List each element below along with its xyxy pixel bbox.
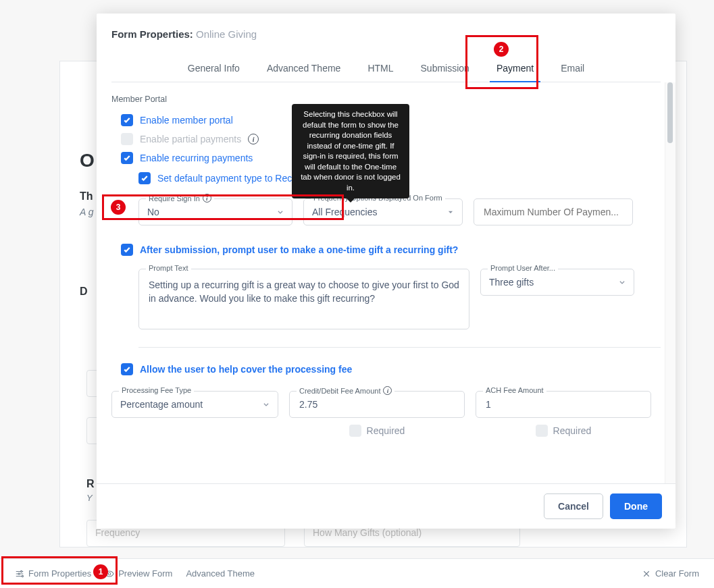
- tab-payment[interactable]: Payment: [494, 56, 536, 82]
- tab-general-info[interactable]: General Info: [185, 56, 243, 82]
- annotation-badge-3: 3: [111, 200, 126, 215]
- advanced-theme-button[interactable]: Advanced Theme: [179, 564, 261, 583]
- fee-type-select[interactable]: Processing Fee Type Percentage amount: [111, 391, 278, 418]
- svg-point-1: [18, 572, 20, 574]
- advanced-theme-label: Advanced Theme: [186, 568, 255, 579]
- clear-form-button[interactable]: Clear Form: [635, 564, 706, 583]
- enable-member-portal-label[interactable]: Enable member portal: [140, 115, 233, 126]
- enable-recurring-payments-checkbox[interactable]: [121, 152, 133, 164]
- divider: [138, 347, 661, 348]
- frequency-options-value: All Frequencies: [312, 207, 378, 217]
- bg-section-r: R: [86, 478, 95, 490]
- form-properties-modal: Form Properties: Online Giving General I…: [97, 14, 675, 529]
- credit-fee-input[interactable]: Credit/Debit Fee Amount i: [289, 391, 465, 418]
- modal-title-name: Online Giving: [196, 28, 257, 40]
- modal-tabs: General Info Advanced Theme HTML Submiss…: [111, 56, 661, 82]
- info-icon[interactable]: i: [383, 386, 392, 395]
- cover-fee-label[interactable]: Allow the user to help cover the process…: [140, 364, 352, 375]
- chevron-down-icon: [263, 399, 270, 410]
- enable-recurring-payments-label[interactable]: Enable recurring payments: [140, 153, 253, 163]
- bg-heading: O: [80, 150, 95, 171]
- ach-fee-field[interactable]: [484, 398, 642, 410]
- require-signin-value: No: [147, 207, 159, 217]
- modal-header: Form Properties: Online Giving General I…: [97, 14, 675, 82]
- modal-footer: Cancel Done: [97, 483, 675, 529]
- ach-fee-input[interactable]: ACH Fee Amount: [476, 391, 651, 418]
- clear-form-label: Clear Form: [655, 568, 699, 579]
- require-signin-label: Require Sign In i: [146, 194, 214, 203]
- preview-form-button[interactable]: Preview Form: [98, 564, 179, 583]
- prompt-user-after-select[interactable]: Prompt User After... Three gifts: [480, 269, 634, 296]
- tab-submission[interactable]: Submission: [418, 56, 472, 82]
- frequency-options-select[interactable]: Frequency Options Displayed On Form All …: [303, 198, 463, 225]
- tab-email[interactable]: Email: [558, 56, 587, 82]
- bg-section-d: D: [80, 286, 88, 298]
- enable-partial-payments-checkbox[interactable]: [121, 133, 133, 145]
- default-recurring-checkbox[interactable]: [138, 172, 151, 184]
- ach-fee-required-checkbox[interactable]: [536, 425, 548, 437]
- bg-caption: A g: [80, 207, 94, 217]
- sliders-icon: [15, 569, 24, 579]
- prompt-recurring-checkbox[interactable]: [121, 244, 133, 256]
- max-payments-input[interactable]: [474, 198, 633, 225]
- info-icon[interactable]: i: [248, 134, 259, 144]
- close-icon: [642, 569, 651, 579]
- tab-html[interactable]: HTML: [365, 56, 396, 82]
- cancel-button[interactable]: Cancel: [544, 493, 603, 519]
- enable-partial-payments-label[interactable]: Enable partial payments: [140, 134, 241, 144]
- credit-fee-field[interactable]: [298, 398, 456, 410]
- annotation-badge-1: 1: [93, 564, 108, 579]
- prompt-recurring-label[interactable]: After submission, prompt user to make a …: [140, 244, 458, 255]
- credit-fee-label: Credit/Debit Fee Amount i: [297, 386, 394, 395]
- form-properties-button[interactable]: Form Properties: [8, 564, 98, 583]
- prompt-text-label: Prompt Text: [146, 264, 191, 272]
- prompt-text-field[interactable]: Prompt Text: [138, 269, 469, 329]
- ach-fee-label: ACH Fee Amount: [483, 386, 546, 394]
- bg-caption-y: Y: [86, 493, 93, 503]
- svg-point-0: [20, 570, 22, 572]
- preview-form-label: Preview Form: [118, 568, 172, 579]
- cover-fee-checkbox[interactable]: [121, 363, 133, 375]
- prompt-user-after-value: Three gifts: [489, 277, 534, 288]
- svg-point-2: [22, 575, 23, 577]
- prompt-user-after-label: Prompt User After...: [488, 264, 558, 272]
- require-signin-select[interactable]: Require Sign In i No: [138, 198, 292, 225]
- caret-down-icon: [447, 207, 454, 217]
- credit-fee-required-checkbox[interactable]: [349, 425, 361, 437]
- annotation-badge-2: 2: [494, 42, 509, 57]
- credit-fee-required-label: Required: [367, 425, 405, 436]
- info-icon[interactable]: i: [203, 194, 211, 203]
- tooltip: Selecting this checkbox will default the…: [292, 104, 409, 198]
- bg-subheading: Th: [80, 190, 93, 203]
- tab-advanced-theme[interactable]: Advanced Theme: [264, 56, 343, 82]
- form-properties-label: Form Properties: [28, 568, 91, 579]
- svg-point-3: [108, 572, 111, 575]
- done-button[interactable]: Done: [610, 493, 662, 519]
- max-payments-field[interactable]: [482, 206, 624, 218]
- chevron-down-icon: [619, 277, 626, 288]
- modal-title-prefix: Form Properties:: [111, 28, 193, 40]
- chevron-down-icon: [277, 207, 284, 217]
- fee-type-value: Percentage amount: [120, 399, 203, 410]
- prompt-text-input[interactable]: [147, 277, 461, 310]
- section-member-portal-label: Member Portal: [111, 95, 661, 104]
- enable-member-portal-checkbox[interactable]: [121, 114, 133, 126]
- fee-type-label: Processing Fee Type: [119, 386, 194, 394]
- ach-fee-required-label: Required: [553, 425, 592, 436]
